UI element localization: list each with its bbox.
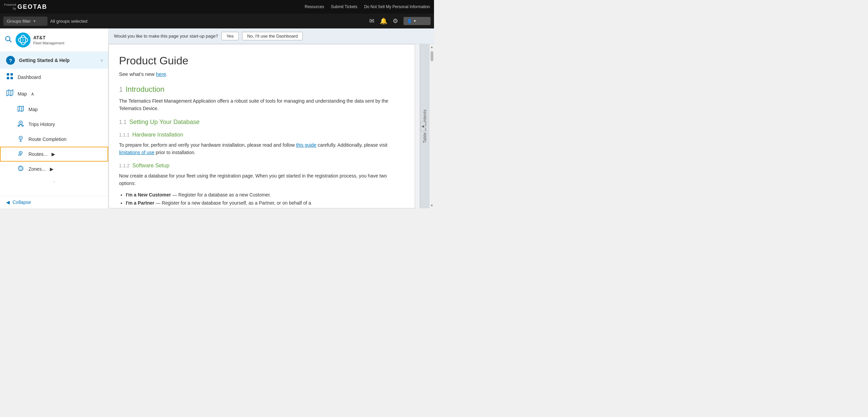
sidebar-item-dashboard[interactable]: Dashboard (0, 69, 108, 85)
sidebar-item-getting-started[interactable]: ? Getting Started & Help ∨ (0, 52, 108, 69)
svg-point-17 (20, 122, 21, 123)
svg-point-19 (22, 125, 23, 126)
user-chevron-icon: ▼ (413, 19, 416, 23)
collapse-label: Collapse (13, 200, 31, 205)
list-item-1: I'm a New Customer — Register for a data… (126, 191, 401, 199)
resources-link[interactable]: Resources (305, 4, 324, 9)
trips-history-label: Trips History (28, 122, 55, 127)
zones-arrow-icon: ▶ (50, 166, 54, 172)
svg-rect-9 (11, 77, 13, 79)
submit-tickets-link[interactable]: Submit Tickets (331, 4, 357, 9)
scroll-down-arrow-icon[interactable]: ▼ (429, 203, 434, 208)
svg-rect-8 (7, 77, 9, 79)
groups-filter-label: Groups filter (7, 19, 31, 24)
top-icons: ✉ 🔔 ⚙ 👤 ▼ (369, 17, 431, 25)
scroll-up-arrow-icon[interactable]: ▲ (429, 44, 434, 50)
here-link[interactable]: here (156, 71, 166, 77)
svg-point-18 (18, 125, 19, 126)
section-1-1-2-heading: 1.1.2 Software Setup (119, 163, 401, 169)
svg-line-1 (9, 40, 12, 42)
getting-started-chevron-icon: ∨ (100, 58, 103, 63)
svg-point-21 (20, 138, 21, 139)
startup-banner: Would you like to make this page your st… (108, 28, 434, 44)
section-1-1-1-heading: 1.1.1 Hardware Installation (119, 132, 401, 138)
doc-subtitle: See what's new here. (119, 71, 401, 77)
att-logo-icon (16, 33, 31, 47)
sidebar-item-map[interactable]: Map (0, 102, 108, 117)
collapse-arrow-icon: ◀ (6, 200, 10, 205)
gear-icon[interactable]: ⚙ (393, 17, 398, 25)
geotab-logo: Powered by GEOTAB (4, 3, 47, 11)
doc-scrollbar[interactable]: ▲ ▼ (429, 44, 434, 208)
user-button[interactable]: 👤 ▼ (403, 17, 431, 25)
groups-filter-button[interactable]: Groups filter ▼ (3, 17, 47, 26)
list-item-2-bold: I'm a Partner (126, 200, 154, 206)
toc-collapse-button[interactable]: ◀ (420, 121, 425, 131)
section-1-1-2-body: Now create a database for your fleet usi… (119, 172, 401, 187)
bell-icon[interactable]: 🔔 (380, 17, 387, 25)
section-1-1-2-num: 1.1.2 (119, 163, 130, 168)
section-1-1-2-title: Software Setup (132, 163, 169, 169)
brand-name: AT&T (33, 35, 64, 41)
svg-marker-10 (7, 90, 13, 96)
sidebar-item-route-completion[interactable]: Route Completion (0, 132, 108, 147)
top-bar: Powered by GEOTAB Resources Submit Ticke… (0, 0, 434, 14)
map-section-icon (6, 89, 14, 98)
list-item-2-text: — Register for a new database for yourse… (154, 200, 311, 206)
powered-by-text: Powered by (4, 3, 16, 11)
list-item-1-bold: I'm a New Customer (126, 192, 171, 197)
scroll-thumb (431, 51, 433, 61)
groups-bar: Groups filter ▼ All groups selected ✉ 🔔 … (0, 14, 434, 28)
sidebar-item-zones[interactable]: Zones... ▶ (0, 162, 108, 176)
startup-no-button[interactable]: No, I'll use the Dashboard (242, 32, 303, 40)
section-1-1-title: Setting Up Your Database (129, 119, 199, 126)
do-not-sell-link[interactable]: Do Not Sell My Personal Information (364, 4, 430, 9)
section-1-1-heading: 1.1 Setting Up Your Database (119, 119, 401, 126)
limitations-link[interactable]: limitations of use (119, 150, 154, 155)
sidebar-item-map-section[interactable]: Map ∧ (0, 85, 108, 102)
groups-filter-chevron-icon: ▼ (33, 19, 36, 23)
brand-logo: AT&T Fleet Management (16, 33, 64, 47)
sidebar-top: AT&T Fleet Management (0, 28, 108, 52)
svg-point-24 (19, 155, 20, 156)
brand-text: AT&T Fleet Management (33, 35, 64, 45)
search-button[interactable] (5, 36, 12, 45)
sidebar: AT&T Fleet Management ? Getting Started … (0, 28, 108, 208)
logo-text: GEOTAB (18, 3, 47, 11)
top-bar-left: Powered by GEOTAB (4, 3, 47, 11)
section-1-1-1-title: Hardware Installation (132, 132, 183, 138)
list-item-2: I'm a Partner — Register for a new datab… (126, 199, 401, 207)
content-area: Would you like to make this page your st… (108, 28, 434, 208)
att-icon (16, 33, 31, 47)
section-1-title: Introduction (125, 85, 164, 94)
sidebar-item-routes[interactable]: Routes... ▶ (0, 147, 108, 162)
help-icon: ? (6, 56, 15, 65)
sidebar-nav: ? Getting Started & Help ∨ Dashboard (0, 52, 108, 196)
doc-container: Table of contents ▲ ▼ ◀ Product Guide Se… (108, 44, 434, 208)
mail-icon[interactable]: ✉ (369, 17, 374, 25)
collapse-button[interactable]: ◀ Collapse (0, 196, 108, 208)
startup-yes-button[interactable]: Yes (221, 32, 239, 40)
routes-icon (17, 150, 24, 158)
doc-title: Product Guide (119, 55, 401, 67)
map-icon (17, 106, 24, 113)
this-guide-link[interactable]: this guide (296, 142, 316, 148)
trips-history-icon (17, 121, 24, 128)
doc-content: Product Guide See what's new here. 1 Int… (108, 44, 415, 208)
svg-rect-6 (7, 73, 9, 76)
sidebar-item-trips-history[interactable]: Trips History (0, 117, 108, 132)
search-icon (5, 36, 12, 43)
dashboard-icon (6, 73, 14, 81)
svg-point-23 (20, 152, 21, 153)
routes-label: Routes... (28, 151, 47, 157)
svg-marker-13 (18, 106, 23, 111)
svg-point-5 (22, 39, 24, 41)
route-completion-icon (17, 135, 24, 143)
main-layout: AT&T Fleet Management ? Getting Started … (0, 28, 434, 208)
user-icon: 👤 (407, 19, 412, 23)
dashboard-label: Dashboard (18, 75, 103, 80)
route-completion-label: Route Completion (28, 137, 66, 142)
section-1-body: The Telematics Fleet Management Applicat… (119, 97, 401, 112)
map-section-label: Map (18, 91, 27, 97)
getting-started-label: Getting Started & Help (19, 58, 96, 63)
